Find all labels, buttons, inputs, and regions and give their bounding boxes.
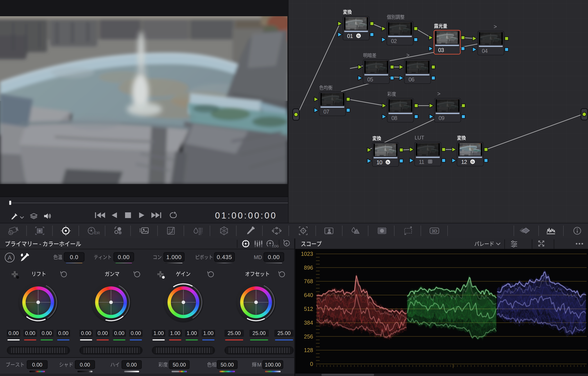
svg-text:1.00: 1.00 xyxy=(187,330,197,336)
svg-text:128: 128 xyxy=(304,347,313,353)
svg-text:50.00: 50.00 xyxy=(173,362,186,368)
svg-text:M: M xyxy=(257,362,262,368)
svg-text:256: 256 xyxy=(304,334,313,340)
svg-text:100.00: 100.00 xyxy=(265,362,281,368)
svg-text:512: 512 xyxy=(304,306,313,312)
svg-text:>: > xyxy=(406,52,410,58)
svg-text:0.00: 0.00 xyxy=(114,330,124,336)
svg-text:1023: 1023 xyxy=(301,251,313,257)
svg-text:640: 640 xyxy=(304,292,313,298)
svg-text:LUT: LUT xyxy=(415,135,424,141)
svg-text:>: > xyxy=(494,23,497,30)
svg-text:25.00: 25.00 xyxy=(252,330,266,336)
svg-text:1.00: 1.00 xyxy=(203,330,213,336)
svg-text:>: > xyxy=(437,91,441,97)
svg-text:0.435: 0.435 xyxy=(217,254,232,260)
svg-text:0.00: 0.00 xyxy=(32,362,42,368)
svg-text:0.00: 0.00 xyxy=(118,254,130,260)
svg-text:0.00: 0.00 xyxy=(126,362,137,368)
svg-text:768: 768 xyxy=(304,278,313,284)
svg-text:0.00: 0.00 xyxy=(98,330,108,336)
svg-text:0.00: 0.00 xyxy=(131,330,141,336)
svg-text:MD: MD xyxy=(254,254,262,260)
svg-text:50.00: 50.00 xyxy=(220,362,234,368)
svg-text:0: 0 xyxy=(310,361,313,367)
svg-text:896: 896 xyxy=(304,265,313,271)
svg-text:0.00: 0.00 xyxy=(58,330,68,336)
svg-text:01:00:00:00: 01:00:00:00 xyxy=(215,212,277,220)
svg-text:3D: 3D xyxy=(431,228,438,233)
svg-text:HDR: HDR xyxy=(92,231,100,235)
svg-text:384: 384 xyxy=(304,320,313,326)
svg-text:25.00: 25.00 xyxy=(228,330,241,336)
svg-text:25.00: 25.00 xyxy=(278,330,291,336)
svg-text:1.00: 1.00 xyxy=(170,330,180,336)
svg-text:0.0: 0.0 xyxy=(70,254,78,260)
svg-text:1.00: 1.00 xyxy=(154,330,164,336)
svg-text:0.00: 0.00 xyxy=(25,330,35,336)
svg-text:1.000: 1.000 xyxy=(166,254,182,260)
svg-text:0.00: 0.00 xyxy=(268,254,280,260)
svg-text:0.00: 0.00 xyxy=(80,362,90,368)
svg-text:0.00: 0.00 xyxy=(81,330,91,336)
svg-text:0.00: 0.00 xyxy=(9,330,19,336)
svg-text:A: A xyxy=(8,254,12,261)
svg-text:0.00: 0.00 xyxy=(42,330,52,336)
svg-text:LOG: LOG xyxy=(272,244,279,248)
